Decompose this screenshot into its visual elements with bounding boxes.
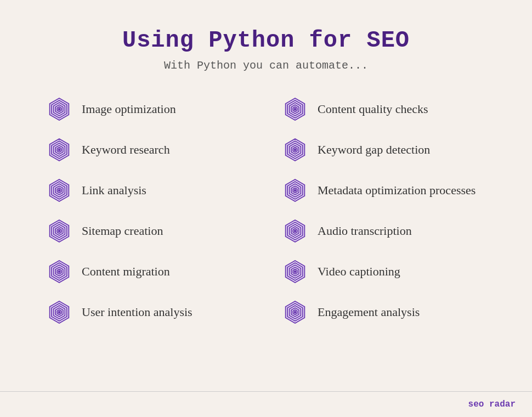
item-label-content-migration: Content migration bbox=[82, 264, 170, 279]
item-keyword-gap-detection: Keyword gap detection bbox=[282, 137, 485, 162]
items-grid: Image optimizationKeyword researchLink a… bbox=[47, 97, 485, 325]
target-icon bbox=[47, 178, 72, 203]
target-icon bbox=[282, 259, 308, 284]
right-column: Content quality checksKeyword gap detect… bbox=[282, 97, 485, 325]
item-label-sitemap-creation: Sitemap creation bbox=[82, 224, 163, 238]
target-icon bbox=[282, 300, 308, 325]
svg-point-10 bbox=[294, 271, 297, 273]
item-label-metadata-optimization: Metadata optimization processes bbox=[318, 183, 476, 198]
item-label-link-analysis: Link analysis bbox=[82, 183, 146, 198]
svg-point-8 bbox=[294, 189, 297, 192]
svg-point-4 bbox=[58, 271, 61, 273]
item-user-intention-analysis: User intention analysis bbox=[47, 300, 250, 325]
item-label-content-quality-checks: Content quality checks bbox=[318, 102, 428, 116]
item-label-video-captioning: Video captioning bbox=[318, 264, 400, 279]
page-subtitle: With Python you can automate... bbox=[164, 59, 368, 72]
target-icon bbox=[47, 137, 72, 162]
item-image-optimization: Image optimization bbox=[47, 97, 250, 122]
svg-point-2 bbox=[58, 189, 61, 192]
footer: seo radar bbox=[0, 391, 532, 417]
svg-point-0 bbox=[58, 108, 61, 111]
main-content: Using Python for SEO With Python you can… bbox=[0, 0, 532, 391]
item-label-audio-transcription: Audio transcription bbox=[318, 224, 412, 238]
item-video-captioning: Video captioning bbox=[282, 259, 485, 284]
svg-point-1 bbox=[58, 149, 61, 151]
target-icon bbox=[47, 218, 72, 244]
svg-point-7 bbox=[294, 149, 297, 151]
item-label-image-optimization: Image optimization bbox=[82, 102, 176, 116]
svg-point-9 bbox=[294, 230, 297, 233]
target-icon bbox=[282, 218, 308, 244]
item-label-engagement-analysis: Engagement analysis bbox=[318, 305, 420, 319]
item-engagement-analysis: Engagement analysis bbox=[282, 300, 485, 325]
target-icon bbox=[47, 300, 72, 325]
item-label-user-intention-analysis: User intention analysis bbox=[82, 305, 193, 319]
item-keyword-research: Keyword research bbox=[47, 137, 250, 162]
item-metadata-optimization: Metadata optimization processes bbox=[282, 178, 485, 203]
item-label-keyword-gap-detection: Keyword gap detection bbox=[318, 143, 430, 157]
target-icon bbox=[47, 259, 72, 284]
svg-point-5 bbox=[58, 311, 61, 314]
item-label-keyword-research: Keyword research bbox=[82, 143, 170, 157]
item-audio-transcription: Audio transcription bbox=[282, 218, 485, 244]
svg-point-3 bbox=[58, 230, 61, 233]
target-icon bbox=[47, 97, 72, 122]
brand-label: seo radar bbox=[468, 399, 516, 409]
item-content-quality-checks: Content quality checks bbox=[282, 97, 485, 122]
page-title: Using Python for SEO bbox=[122, 27, 410, 54]
left-column: Image optimizationKeyword researchLink a… bbox=[47, 97, 250, 325]
item-link-analysis: Link analysis bbox=[47, 178, 250, 203]
item-sitemap-creation: Sitemap creation bbox=[47, 218, 250, 244]
target-icon bbox=[282, 137, 308, 162]
svg-point-6 bbox=[294, 108, 297, 111]
target-icon bbox=[282, 178, 308, 203]
item-content-migration: Content migration bbox=[47, 259, 250, 284]
target-icon bbox=[282, 97, 308, 122]
svg-point-11 bbox=[294, 311, 297, 314]
